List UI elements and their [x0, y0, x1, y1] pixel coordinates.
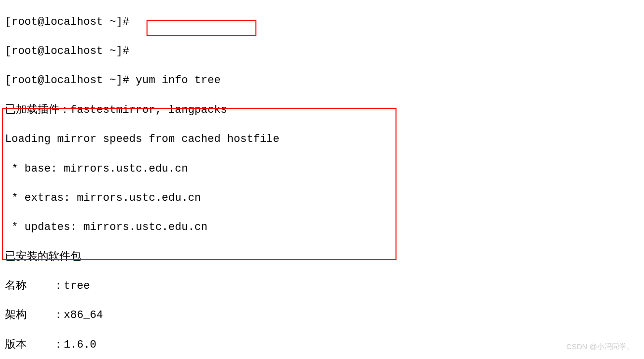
arch-value: x86_64 — [64, 309, 103, 321]
plugins-line: 已加载插件：fastestmirror, langpacks — [5, 103, 644, 118]
prompt-line-partial: [root@localhost ~]# — [5, 15, 644, 30]
version-value: 1.6.0 — [64, 339, 97, 351]
pkg-name-line: 名称 ：tree — [5, 279, 644, 294]
name-label: 名称 ： — [5, 280, 64, 292]
mirror-updates-line: * updates: mirrors.ustc.edu.cn — [5, 220, 644, 235]
prompt-line-empty: [root@localhost ~]# — [5, 44, 644, 59]
pkg-arch-line: 架构 ：x86_64 — [5, 308, 644, 323]
version-label: 版本 ： — [5, 339, 64, 351]
shell-prompt: [root@localhost ~]# — [5, 74, 136, 87]
typed-command[interactable]: yum info tree — [136, 74, 221, 87]
command-line: [root@localhost ~]# yum info tree — [5, 73, 644, 88]
watermark-text: CSDN @小冯同学。 — [566, 342, 634, 352]
mirror-base-line: * base: mirrors.ustc.edu.cn — [5, 162, 644, 177]
terminal-output: [root@localhost ~]# [root@localhost ~]# … — [0, 0, 644, 359]
mirror-extras-line: * extras: mirrors.ustc.edu.cn — [5, 191, 644, 206]
loading-mirrors-line: Loading mirror speeds from cached hostfi… — [5, 132, 644, 147]
installed-packages-header: 已安装的软件包 — [5, 250, 644, 265]
name-value: tree — [64, 280, 90, 292]
pkg-version-line: 版本 ：1.6.0 — [5, 338, 644, 353]
arch-label: 架构 ： — [5, 309, 64, 321]
